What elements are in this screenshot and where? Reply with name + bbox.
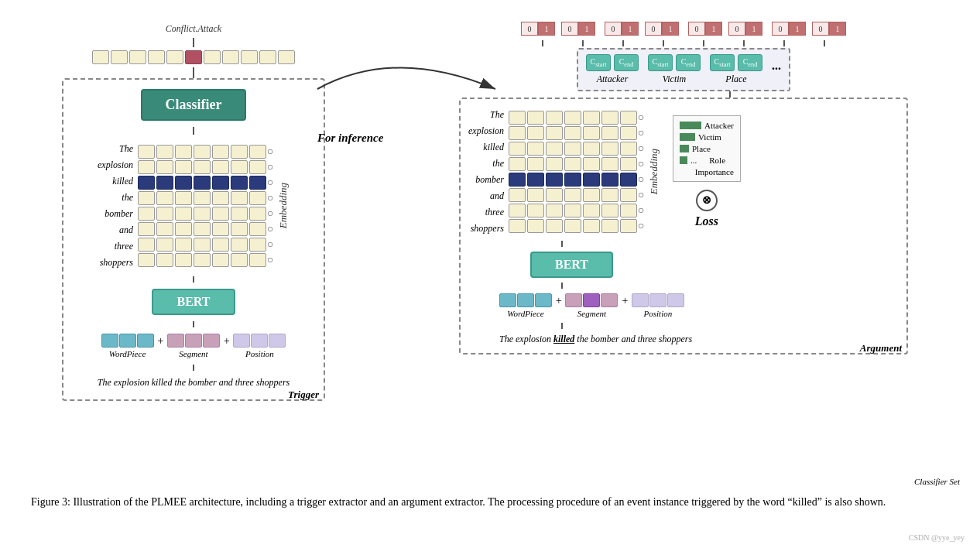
segment-label-right: Segment (577, 309, 606, 318)
sentence-word-labels: The explosion killed the bomber and thre… (98, 141, 133, 270)
top-arrows (526, 40, 841, 46)
attacker-legend: Attacker (704, 121, 734, 130)
attacker-role-label: Attacker (597, 74, 629, 85)
figure-caption: Figure 3: Illustration of the PLMEE arch… (15, 494, 965, 510)
argument-side: 01 01 01 01 01 01 01 (403, 8, 965, 488)
legend-box: Attacker Victim Place (673, 115, 741, 182)
place-legend: Place (692, 144, 711, 153)
c-end-place: Cend (738, 54, 762, 71)
embedding-label-left: Embedding (277, 183, 290, 228)
sentence-text-right: The explosion killed the bomber and thre… (499, 334, 692, 345)
position-label-left: Position (245, 349, 274, 358)
bert-box-left: BERT (152, 289, 235, 315)
segment-label-left: Segment (179, 349, 207, 358)
loss-label: Loss (695, 214, 718, 228)
main-container: Conflict.Attack (0, 0, 980, 548)
classifier-set-box: Cstart Cend Attacker Cstart Cend Victim (577, 48, 790, 91)
top-binary-rows: 01 01 01 01 01 01 01 (521, 22, 846, 36)
sentence-word-labels-right: The explosion killed the bomber and thre… (468, 107, 504, 236)
embedding-grid: ○ ○ ○ (138, 145, 272, 267)
sentence-text-left: The explosion killed the bomber and thre… (98, 377, 290, 389)
victim-role-label: Victim (663, 74, 686, 85)
place-role-label: Place (725, 74, 746, 85)
multiply-icon: ⊗ (696, 190, 718, 211)
trigger-side: Conflict.Attack (15, 8, 372, 488)
killed-word: killed (553, 334, 574, 344)
bert-box-right: BERT (530, 252, 613, 278)
argument-label: Argument (860, 342, 902, 354)
embedding-grid-right: ○ ○ ○ ○ (509, 111, 643, 233)
watermark: CSDN @yye_yey (909, 533, 965, 542)
position-label-right: Position (644, 309, 673, 318)
victim-legend: Victim (698, 132, 721, 142)
role-label: Role (709, 156, 725, 165)
c-start-attacker: Cstart (586, 54, 611, 71)
conflict-attack-cells (92, 50, 295, 64)
wordpiece-label-left: WordPiece (109, 349, 146, 358)
conflict-attack-label: Conflict.Attack (166, 23, 221, 35)
input-encoding-left: WordPiece + Segment + (101, 334, 286, 358)
input-encoding-right: WordPiece + Segment + (499, 293, 684, 318)
argument-dashed-box: Argument The explosion killed the bomber… (459, 98, 908, 354)
c-end-attacker: Cend (614, 54, 639, 71)
c-start-victim: Cstart (648, 54, 673, 71)
classifier-box: Classifier (141, 89, 247, 121)
for-inference-label: For inference (317, 132, 383, 145)
trigger-dashed-box: Trigger Classifier The explosion killed … (62, 78, 325, 401)
c-start-place: Cstart (710, 54, 735, 71)
classifier-set-label: Classifier Set (914, 477, 960, 486)
dots-legend: ... (690, 156, 697, 165)
wordpiece-label-right: WordPiece (507, 309, 543, 318)
c-end-victim: Cend (676, 54, 701, 71)
importance-label: Importance (680, 167, 734, 176)
trigger-label: Trigger (288, 389, 319, 401)
embedding-label-right: Embedding (648, 149, 660, 194)
diagram-area: Conflict.Attack (15, 8, 965, 488)
